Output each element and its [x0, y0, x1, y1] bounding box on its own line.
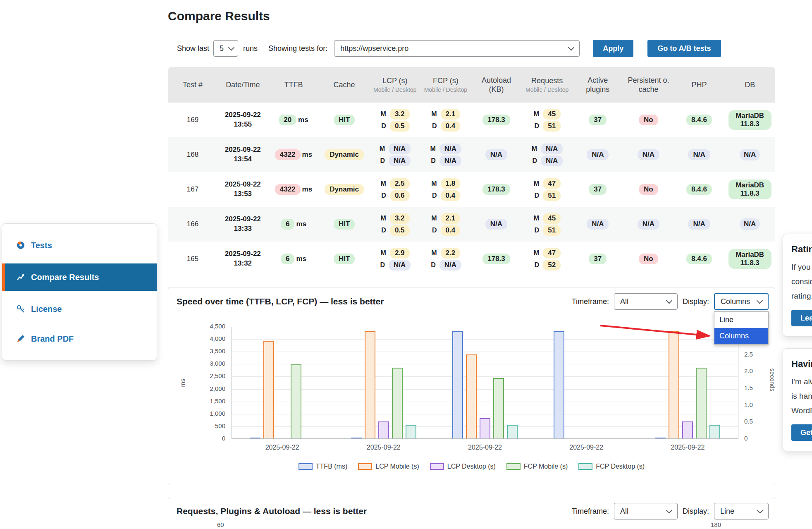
column-header-php: PHP: [674, 75, 725, 95]
apply-button[interactable]: Apply: [593, 40, 633, 57]
rail-card-title: Ratin: [791, 244, 812, 255]
column-header-db: DB: [724, 75, 775, 95]
value-badge: 178.3: [482, 115, 510, 125]
sidebar-item-tests[interactable]: Tests: [2, 234, 157, 257]
cell-requests: M47D52: [522, 245, 573, 273]
rail-card-text: I'm alw: [791, 374, 812, 389]
x-axis-label: 2025-09-22: [637, 444, 738, 451]
cell-ttfb: 6ms: [268, 252, 319, 266]
value-badge: 4322: [275, 184, 301, 195]
left-axis-tick: 1,500: [186, 397, 225, 405]
runs-count-select[interactable]: 5: [213, 40, 238, 57]
value-badge: N/A: [740, 218, 760, 230]
cell-lcp: M3.2D0.5: [370, 210, 420, 239]
gauge-icon: [16, 241, 25, 250]
cell-plugins: N/A: [572, 217, 623, 231]
left-axis-tick: 3,000: [186, 360, 225, 367]
value-badge: N/A: [541, 156, 563, 166]
bar-group: [435, 327, 536, 438]
bar-group: [232, 327, 333, 438]
table-row: 1692025-09-2213:5520msHITM3.2D0.5M2.1D0.…: [168, 103, 775, 137]
value-badge: 2.2: [441, 248, 461, 259]
value-badge: 0.6: [390, 190, 410, 201]
value-badge: HIT: [334, 219, 355, 230]
cell-datetime: 2025-09-2213:54: [217, 144, 268, 166]
partial-axis-tick-right: 180: [711, 521, 721, 528]
cell-fcp: M1.8D0.4: [420, 175, 471, 204]
right-axis-tick: 2.0: [744, 367, 769, 374]
cell-fcp: MN/ADN/A: [420, 141, 471, 169]
cell-cache: Dynamic: [319, 148, 370, 162]
sidebar-item-label: Tests: [31, 241, 52, 250]
display-dropdown: LineColumns: [714, 311, 769, 345]
cell-cache: HIT: [319, 252, 370, 266]
requests-chart-header: Requests, Plugins & Autoload — less is b…: [168, 497, 775, 519]
sidebar-item-compare-results[interactable]: Compare Results: [2, 263, 157, 291]
rail-card-button[interactable]: Get: [791, 424, 812, 441]
cell-datetime: 2025-09-2213:53: [217, 178, 268, 201]
cell-requests: M45D51: [522, 210, 573, 239]
rail-card-button[interactable]: Leav: [791, 310, 812, 326]
display-option-columns[interactable]: Columns: [714, 328, 768, 344]
value-badge: Dynamic: [325, 184, 364, 195]
timeframe-select-2[interactable]: All: [614, 503, 678, 519]
display-select[interactable]: Columns: [714, 293, 769, 310]
right-axis-title: seconds: [769, 369, 776, 392]
timeframe-label-2: Timeframe:: [572, 507, 609, 516]
value-badge: 2.9: [390, 248, 410, 259]
chart-bar: [351, 438, 362, 438]
sidebar-item-brand-pdf[interactable]: Brand PDF: [2, 327, 157, 350]
value-badge: N/A: [389, 144, 411, 154]
chart-bar: [655, 438, 666, 438]
cell-autoload: 178.3: [471, 113, 522, 127]
page-root: TestsCompare ResultsLicenseBrand PDF Com…: [0, 0, 812, 529]
x-axis-label: 2025-09-22: [536, 444, 637, 451]
cell-fcp: M2.1D0.4: [420, 210, 471, 239]
legend-swatch: [506, 463, 521, 470]
help-card: HavinI'm alwis handWordPGet: [783, 348, 812, 451]
sidebar-item-label: Brand PDF: [31, 334, 74, 344]
value-badge: HIT: [334, 115, 355, 125]
cell-cache: HIT: [319, 113, 370, 127]
display-option-line[interactable]: Line: [714, 312, 768, 328]
chart-line-icon: [16, 273, 25, 282]
requests-chart-title: Requests, Plugins & Autoload — less is b…: [177, 506, 567, 516]
chart-bar: [709, 425, 720, 438]
plugin-sidebar: TestsCompare ResultsLicenseBrand PDF: [2, 223, 157, 361]
cell-fcp: M2.1D0.4: [420, 106, 471, 134]
legend-swatch: [430, 463, 444, 470]
legend-item: LCP Mobile (s): [358, 463, 419, 470]
value-badge: 8.4.6: [686, 254, 712, 264]
cell-lcp: MN/ADN/A: [370, 141, 420, 169]
value-badge: 6: [281, 254, 294, 264]
cell-test: 167: [168, 184, 217, 195]
left-axis-tick: 3,500: [186, 347, 225, 354]
timeframe-select[interactable]: All: [614, 293, 678, 310]
column-header-fcp: FCP (s)Mobile / Desktop: [420, 71, 471, 99]
left-axis-tick: 2,000: [186, 385, 225, 392]
chart-bar: [554, 331, 564, 438]
show-last-label: Show last: [177, 44, 209, 53]
rail-card-text: consid: [791, 274, 812, 289]
site-select[interactable]: https://wpservice.pro: [334, 40, 580, 57]
chart-legend: TTFB (ms)LCP Mobile (s)LCP Desktop (s)FC…: [168, 463, 775, 470]
legend-item: TTFB (ms): [299, 463, 347, 470]
legend-item: LCP Desktop (s): [430, 463, 496, 470]
right-axis-tick: 1.5: [744, 384, 769, 391]
value-badge: 2.1: [441, 213, 461, 224]
sidebar-item-license[interactable]: License: [2, 297, 157, 321]
value-badge: 3.2: [390, 213, 410, 224]
legend-label: LCP Mobile (s): [375, 463, 419, 470]
value-badge: 8.4.6: [686, 184, 712, 195]
chart-bar: [365, 331, 375, 438]
cell-autoload: 178.3: [471, 182, 522, 196]
display-select-2[interactable]: Line: [714, 503, 769, 519]
cell-persistent: N/A: [623, 148, 674, 162]
rail-card-title: Havin: [791, 359, 812, 369]
ab-tests-button[interactable]: Go to A/B tests: [647, 40, 721, 57]
left-axis-tick: 4,500: [186, 323, 225, 330]
value-badge: N/A: [485, 219, 507, 230]
table-body: 1692025-09-2213:5520msHITM3.2D0.5M2.1D0.…: [168, 103, 775, 276]
main-content: Compare Results Show last 5 runs Showing…: [168, 0, 775, 529]
chart-bar: [507, 425, 518, 438]
